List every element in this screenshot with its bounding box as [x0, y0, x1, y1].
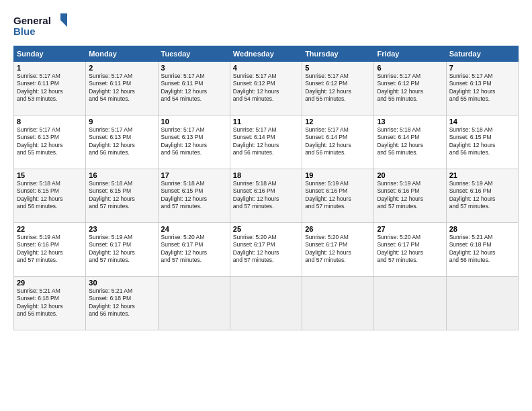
day-info: Sunrise: 5:17 AM Sunset: 6:13 PM Dayligh… — [449, 73, 515, 103]
table-row: 18Sunrise: 5:18 AM Sunset: 6:16 PM Dayli… — [230, 169, 302, 223]
day-number: 6 — [377, 64, 443, 72]
day-info: Sunrise: 5:17 AM Sunset: 6:13 PM Dayligh… — [161, 126, 227, 157]
day-info: Sunrise: 5:21 AM Sunset: 6:18 PM Dayligh… — [17, 287, 83, 318]
table-row — [374, 277, 446, 330]
col-sunday: Sunday — [14, 46, 86, 62]
table-row: 3Sunrise: 5:17 AM Sunset: 6:11 PM Daylig… — [158, 62, 230, 116]
day-info: Sunrise: 5:20 AM Sunset: 6:17 PM Dayligh… — [161, 234, 227, 265]
table-row: 14Sunrise: 5:18 AM Sunset: 6:15 PM Dayli… — [446, 116, 518, 169]
calendar-table: Sunday Monday Tuesday Wednesday Thursday… — [13, 46, 519, 330]
day-number: 25 — [233, 225, 299, 233]
day-number: 8 — [17, 118, 83, 126]
svg-text:General: General — [13, 15, 51, 26]
calendar-week-row: 1Sunrise: 5:17 AM Sunset: 6:11 PM Daylig… — [14, 62, 519, 116]
table-row — [230, 277, 302, 330]
table-row: 4Sunrise: 5:17 AM Sunset: 6:12 PM Daylig… — [230, 62, 302, 116]
day-number: 7 — [449, 64, 515, 72]
day-info: Sunrise: 5:18 AM Sunset: 6:14 PM Dayligh… — [377, 126, 443, 157]
day-number: 12 — [305, 118, 371, 126]
table-row: 24Sunrise: 5:20 AM Sunset: 6:17 PM Dayli… — [158, 223, 230, 277]
svg-text:Blue: Blue — [13, 26, 36, 37]
calendar-header-row: Sunday Monday Tuesday Wednesday Thursday… — [14, 46, 519, 62]
day-info: Sunrise: 5:18 AM Sunset: 6:15 PM Dayligh… — [89, 180, 154, 211]
logo: General Blue — [13, 12, 67, 39]
table-row: 25Sunrise: 5:20 AM Sunset: 6:17 PM Dayli… — [230, 223, 302, 277]
day-info: Sunrise: 5:17 AM Sunset: 6:11 PM Dayligh… — [89, 73, 154, 103]
table-row: 26Sunrise: 5:20 AM Sunset: 6:17 PM Dayli… — [302, 223, 374, 277]
table-row: 9Sunrise: 5:17 AM Sunset: 6:13 PM Daylig… — [86, 116, 158, 169]
day-info: Sunrise: 5:21 AM Sunset: 6:18 PM Dayligh… — [449, 234, 515, 265]
col-monday: Monday — [86, 46, 158, 62]
table-row: 20Sunrise: 5:19 AM Sunset: 6:16 PM Dayli… — [374, 169, 446, 223]
table-row: 10Sunrise: 5:17 AM Sunset: 6:13 PM Dayli… — [158, 116, 230, 169]
day-number: 20 — [377, 171, 443, 179]
day-info: Sunrise: 5:17 AM Sunset: 6:14 PM Dayligh… — [305, 126, 371, 157]
table-row: 23Sunrise: 5:19 AM Sunset: 6:17 PM Dayli… — [86, 223, 158, 277]
day-number: 21 — [449, 171, 515, 179]
table-row — [446, 277, 518, 330]
day-info: Sunrise: 5:17 AM Sunset: 6:14 PM Dayligh… — [233, 126, 299, 157]
day-number: 15 — [17, 171, 83, 179]
day-info: Sunrise: 5:17 AM Sunset: 6:13 PM Dayligh… — [89, 126, 154, 157]
day-info: Sunrise: 5:17 AM Sunset: 6:13 PM Dayligh… — [17, 126, 83, 157]
table-row: 5Sunrise: 5:17 AM Sunset: 6:12 PM Daylig… — [302, 62, 374, 116]
day-number: 17 — [161, 171, 227, 179]
day-info: Sunrise: 5:20 AM Sunset: 6:17 PM Dayligh… — [233, 234, 299, 265]
day-number: 16 — [89, 171, 154, 179]
day-info: Sunrise: 5:18 AM Sunset: 6:15 PM Dayligh… — [449, 126, 515, 157]
day-number: 4 — [233, 64, 299, 72]
day-number: 30 — [89, 279, 154, 287]
logo-svg: General Blue — [13, 12, 67, 39]
calendar-week-row: 29Sunrise: 5:21 AM Sunset: 6:18 PM Dayli… — [14, 277, 519, 330]
day-number: 3 — [161, 64, 227, 72]
table-row: 12Sunrise: 5:17 AM Sunset: 6:14 PM Dayli… — [302, 116, 374, 169]
table-row — [158, 277, 230, 330]
table-row: 22Sunrise: 5:19 AM Sunset: 6:16 PM Dayli… — [14, 223, 86, 277]
day-info: Sunrise: 5:17 AM Sunset: 6:12 PM Dayligh… — [305, 73, 371, 103]
day-info: Sunrise: 5:18 AM Sunset: 6:15 PM Dayligh… — [17, 180, 83, 211]
day-info: Sunrise: 5:17 AM Sunset: 6:11 PM Dayligh… — [161, 73, 227, 103]
day-number: 29 — [17, 279, 83, 287]
day-info: Sunrise: 5:19 AM Sunset: 6:16 PM Dayligh… — [377, 180, 443, 211]
col-friday: Friday — [374, 46, 446, 62]
table-row: 11Sunrise: 5:17 AM Sunset: 6:14 PM Dayli… — [230, 116, 302, 169]
day-number: 19 — [305, 171, 371, 179]
table-row: 28Sunrise: 5:21 AM Sunset: 6:18 PM Dayli… — [446, 223, 518, 277]
table-row: 17Sunrise: 5:18 AM Sunset: 6:15 PM Dayli… — [158, 169, 230, 223]
day-number: 18 — [233, 171, 299, 179]
day-number: 24 — [161, 225, 227, 233]
day-number: 5 — [305, 64, 371, 72]
day-info: Sunrise: 5:20 AM Sunset: 6:17 PM Dayligh… — [377, 234, 443, 265]
table-row — [302, 277, 374, 330]
day-info: Sunrise: 5:17 AM Sunset: 6:11 PM Dayligh… — [17, 73, 83, 103]
day-info: Sunrise: 5:19 AM Sunset: 6:17 PM Dayligh… — [89, 234, 154, 265]
table-row: 13Sunrise: 5:18 AM Sunset: 6:14 PM Dayli… — [374, 116, 446, 169]
table-row: 7Sunrise: 5:17 AM Sunset: 6:13 PM Daylig… — [446, 62, 518, 116]
table-row: 15Sunrise: 5:18 AM Sunset: 6:15 PM Dayli… — [14, 169, 86, 223]
svg-marker-2 — [60, 13, 67, 27]
day-info: Sunrise: 5:20 AM Sunset: 6:17 PM Dayligh… — [305, 234, 371, 265]
day-number: 10 — [161, 118, 227, 126]
table-row: 21Sunrise: 5:19 AM Sunset: 6:16 PM Dayli… — [446, 169, 518, 223]
table-row: 2Sunrise: 5:17 AM Sunset: 6:11 PM Daylig… — [86, 62, 158, 116]
table-row: 6Sunrise: 5:17 AM Sunset: 6:12 PM Daylig… — [374, 62, 446, 116]
day-info: Sunrise: 5:19 AM Sunset: 6:16 PM Dayligh… — [305, 180, 371, 211]
day-number: 22 — [17, 225, 83, 233]
day-number: 1 — [17, 64, 83, 72]
col-thursday: Thursday — [302, 46, 374, 62]
col-saturday: Saturday — [446, 46, 518, 62]
day-number: 23 — [89, 225, 154, 233]
day-info: Sunrise: 5:19 AM Sunset: 6:16 PM Dayligh… — [449, 180, 515, 211]
table-row: 1Sunrise: 5:17 AM Sunset: 6:11 PM Daylig… — [14, 62, 86, 116]
col-tuesday: Tuesday — [158, 46, 230, 62]
header: General Blue — [13, 12, 519, 39]
col-wednesday: Wednesday — [230, 46, 302, 62]
table-row: 27Sunrise: 5:20 AM Sunset: 6:17 PM Dayli… — [374, 223, 446, 277]
day-number: 9 — [89, 118, 154, 126]
day-info: Sunrise: 5:21 AM Sunset: 6:18 PM Dayligh… — [89, 287, 154, 318]
day-number: 26 — [305, 225, 371, 233]
calendar-page: General Blue Sunday Monday Tuesday Wedne… — [0, 0, 532, 411]
day-number: 13 — [377, 118, 443, 126]
calendar-week-row: 22Sunrise: 5:19 AM Sunset: 6:16 PM Dayli… — [14, 223, 519, 277]
day-info: Sunrise: 5:19 AM Sunset: 6:16 PM Dayligh… — [17, 234, 83, 265]
